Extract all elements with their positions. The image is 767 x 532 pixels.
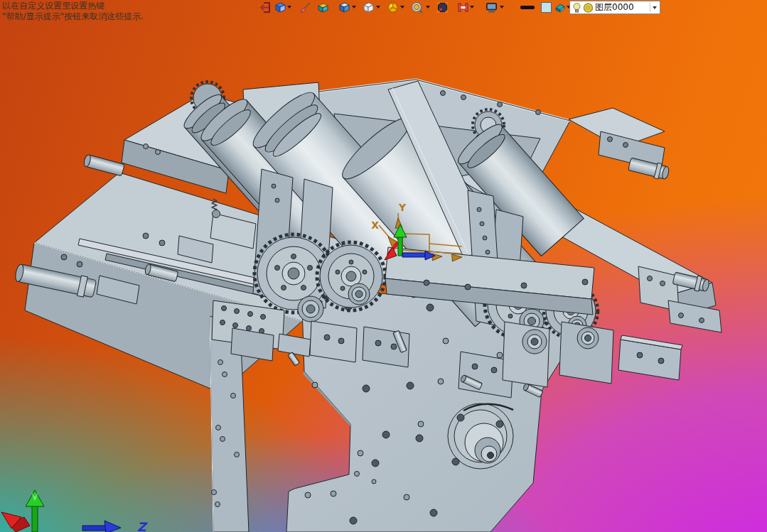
layer-combobox-value: 图层0000 [595,1,650,13]
endpoint-constraint-icon[interactable] [457,1,469,13]
view-orientation-triad: Z [1,490,148,532]
zoom-preview-icon[interactable] [411,1,423,13]
exit-icon[interactable] [259,1,272,13]
right-top-block [569,108,670,181]
endpoint-dropdown-arrow[interactable] [470,6,474,9]
cad-viewport-window: Z [0,0,767,532]
bearing-hub [448,403,513,469]
render-sphere-dropdown-arrow[interactable] [400,6,404,9]
brush-icon[interactable] [300,1,312,13]
visibility-bulb-icon [572,2,581,13]
cube-white-icon[interactable] [363,1,375,13]
component-dropdown-arrow[interactable] [287,6,291,9]
capture-frame-icon[interactable] [436,1,449,13]
main-toolbar: 图层0000 [0,0,767,16]
cube-blue-dropdown-arrow[interactable] [352,6,356,9]
combobox-separator [650,3,650,12]
work-axis-y-label: Y [398,202,407,213]
component-icon[interactable] [274,1,286,13]
layer-combobox-arrow[interactable] [653,6,657,9]
material-box-icon[interactable] [317,1,329,13]
corner-axis-z-label: Z [137,520,148,532]
3d-viewport-canvas[interactable]: Z [0,0,767,532]
layer-combobox[interactable]: 图层0000 [569,1,660,14]
cube-white-dropdown-arrow[interactable] [376,6,380,9]
color-swatch-icon[interactable] [540,1,552,13]
work-axis-x-label: X [371,219,379,231]
display-mode-dropdown-arrow[interactable] [500,6,504,9]
eraser-icon[interactable] [554,1,566,13]
line-width-icon[interactable] [520,1,535,13]
layer-color-ring-icon [583,2,594,13]
display-mode-icon[interactable] [486,1,498,13]
zoom-preview-dropdown-arrow[interactable] [426,6,430,9]
render-sphere-icon[interactable] [387,1,399,13]
cube-blue-icon[interactable] [338,1,350,13]
